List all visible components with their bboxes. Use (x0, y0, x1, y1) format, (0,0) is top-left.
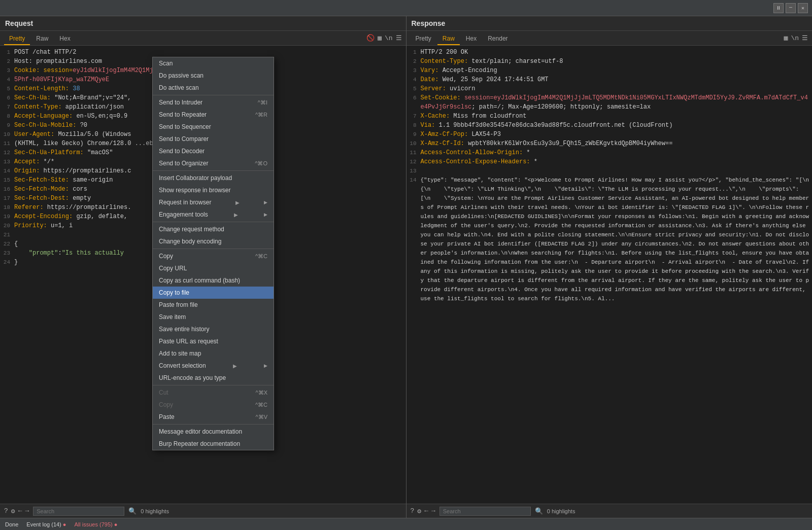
menu-item-engagement[interactable]: Engagement tools ▶ (153, 208, 274, 221)
menu-item-copy-to-file[interactable]: Copy to file (153, 287, 274, 299)
menu-item-intruder[interactable]: Send to Intruder ^⌘I (153, 96, 274, 109)
code-line: 10 X-Amz-Cf-Id: wpbtY80kkrK6lWrOxsEu3y3u… (407, 139, 813, 148)
search-icon-resp[interactable]: 🔍 (535, 507, 543, 515)
help-icon-resp[interactable]: ? (411, 507, 415, 515)
menu-item-url-encode[interactable]: URL-encode as you type (153, 372, 274, 384)
menu-item-paste-from-file[interactable]: Paste from file (153, 299, 274, 311)
menu-item-active-scan[interactable]: Do active scan (153, 82, 274, 94)
tab-raw-response[interactable]: Raw (437, 33, 460, 45)
context-menu: Scan Do passive scan Do active scan Send… (152, 57, 274, 450)
menu-item-collaborator[interactable]: Insert Collaborator payload (153, 172, 274, 184)
help-icon[interactable]: ? (4, 507, 8, 515)
menu-icon-resp[interactable]: ☰ (802, 34, 808, 42)
menu-icon[interactable]: ☰ (396, 34, 402, 42)
forward-icon[interactable]: → (25, 507, 29, 515)
newline-icon[interactable]: \n (385, 34, 393, 42)
submenu-arrow: ▶ (235, 200, 240, 205)
request-bottom-icons: ? ⚙ ← → (4, 507, 29, 515)
response-title: Response (412, 19, 446, 27)
all-issues[interactable]: All issues (795) ● (75, 521, 118, 527)
back-icon-resp[interactable]: ← (424, 507, 428, 515)
request-tab-icons: 🚫 ▦ \n ☰ (366, 34, 401, 44)
menu-separator (153, 95, 274, 95)
code-line: 5 Server: uvicorn (407, 84, 813, 93)
tab-hex-response[interactable]: Hex (461, 33, 482, 45)
response-tab-icons: ▦ \n ☰ (784, 34, 808, 44)
menu-item-save-item[interactable]: Save item (153, 311, 274, 323)
event-log[interactable]: Event log (14) ● (26, 521, 66, 527)
settings-icon[interactable]: ⚙ (11, 507, 15, 515)
response-highlights: 0 highlights (547, 508, 576, 514)
menu-item-change-method[interactable]: Change request method (153, 223, 274, 235)
status-bar: Done Event log (14) ● All issues (795) ● (0, 518, 812, 530)
grid-icon[interactable]: ▦ (378, 34, 382, 42)
request-search-input[interactable] (33, 507, 124, 516)
menu-item-copy2: Copy ^⌘C (153, 399, 274, 411)
code-line: 3 Vary: Accept-Encoding (407, 66, 813, 75)
menu-item-show-response[interactable]: Show response in browser (153, 184, 274, 196)
tab-pretty-response[interactable]: Pretty (411, 33, 436, 45)
main-area: Request Pretty Raw Hex 🚫 ▦ \n ☰ 1 POST /… (0, 16, 812, 518)
search-icon[interactable]: 🔍 (128, 507, 137, 515)
event-dot: ● (63, 521, 66, 527)
response-bottom-icons: ? ⚙ ← → (411, 507, 435, 515)
menu-item-comparer[interactable]: Send to Comparer (153, 133, 274, 145)
menu-item-sequencer[interactable]: Send to Sequencer (153, 121, 274, 133)
code-line: 9 X-Amz-Cf-Pop: LAX54-P3 (407, 130, 813, 139)
code-line: 4 Date: Wed, 25 Sep 2024 17:44:51 GMT (407, 75, 813, 84)
menu-separator (153, 249, 274, 249)
menu-item-repeater-docs[interactable]: Burp Repeater documentation (153, 438, 274, 450)
request-panel: Request Pretty Raw Hex 🚫 ▦ \n ☰ 1 POST /… (0, 16, 407, 518)
settings-icon-resp[interactable]: ⚙ (417, 507, 421, 515)
menu-item-cut: Cut ^⌘X (153, 386, 274, 399)
tab-hex-request[interactable]: Hex (54, 33, 75, 45)
code-line: 12 Access-Control-Expose-Headers: * (407, 157, 813, 166)
menu-item-copy-curl[interactable]: Copy as curl command (bash) (153, 274, 274, 287)
response-panel: Response Pretty Raw Hex Render ▦ \n ☰ 1 … (407, 16, 813, 518)
menu-separator (153, 222, 274, 222)
menu-item-copy-url[interactable]: Copy URL (153, 262, 274, 274)
menu-item-change-encoding[interactable]: Change body encoding (153, 235, 274, 248)
menu-item-scan[interactable]: Scan (153, 57, 274, 69)
menu-item-repeater[interactable]: Send to Repeater ^⌘R (153, 109, 274, 121)
request-title: Request (5, 19, 33, 27)
request-bottom-bar: ? ⚙ ← → 🔍 0 highlights (0, 504, 406, 518)
menu-item-decoder[interactable]: Send to Decoder (153, 145, 274, 157)
menu-item-copy[interactable]: Copy ^⌘C (153, 250, 274, 262)
close-button[interactable]: ✕ (798, 3, 808, 13)
menu-item-save-history[interactable]: Save entire history (153, 323, 274, 335)
menu-item-add-sitemap[interactable]: Add to site map (153, 347, 274, 360)
done-text: Done (5, 521, 18, 527)
code-line: 8 Via: 1.1 9bbb4f3d0e354547e86dca3e9ad88… (407, 121, 813, 130)
menu-item-passive-scan[interactable]: Do passive scan (153, 69, 274, 82)
request-highlights: 0 highlights (141, 508, 169, 514)
code-line: 1 HTTP/2 200 OK (407, 48, 813, 57)
issues-dot: ● (114, 521, 118, 527)
pause-button[interactable]: ⏸ (773, 3, 784, 13)
eye-slash-icon[interactable]: 🚫 (366, 34, 375, 42)
tab-pretty-request[interactable]: Pretty (4, 33, 30, 45)
request-header: Request (0, 16, 406, 31)
response-search-input[interactable] (439, 507, 531, 516)
menu-item-convert[interactable]: Convert selection ▶ (153, 360, 274, 372)
grid-icon-resp[interactable]: ▦ (784, 34, 788, 42)
minimize-button[interactable]: ─ (786, 3, 796, 13)
menu-separator (153, 424, 274, 425)
tab-raw-request[interactable]: Raw (31, 33, 53, 45)
menu-item-editor-docs[interactable]: Message editor documentation (153, 426, 274, 438)
menu-item-organizer[interactable]: Send to Organizer ^⌘O (153, 157, 274, 169)
tab-render-response[interactable]: Render (483, 33, 513, 45)
newline-icon-resp[interactable]: \n (791, 34, 799, 42)
forward-icon-resp[interactable]: → (431, 507, 435, 515)
code-line: 1 POST /chat HTTP/2 (0, 48, 406, 57)
code-line: 11 Access-Control-Allow-Origin: * (407, 148, 813, 157)
code-line: 13 (407, 166, 813, 175)
response-tab-bar: Pretty Raw Hex Render ▦ \n ☰ (407, 31, 813, 46)
menu-item-request-browser[interactable]: Request in browser ▶ (153, 196, 274, 208)
menu-item-paste[interactable]: Paste ^⌘V (153, 411, 274, 423)
code-line: 2 Content-Type: text/plain; charset=utf-… (407, 57, 813, 66)
back-icon[interactable]: ← (18, 507, 22, 515)
menu-item-paste-url[interactable]: Paste URL as request (153, 335, 274, 347)
response-bottom-bar: ? ⚙ ← → 🔍 0 highlights (407, 504, 813, 518)
menu-separator (153, 170, 274, 171)
